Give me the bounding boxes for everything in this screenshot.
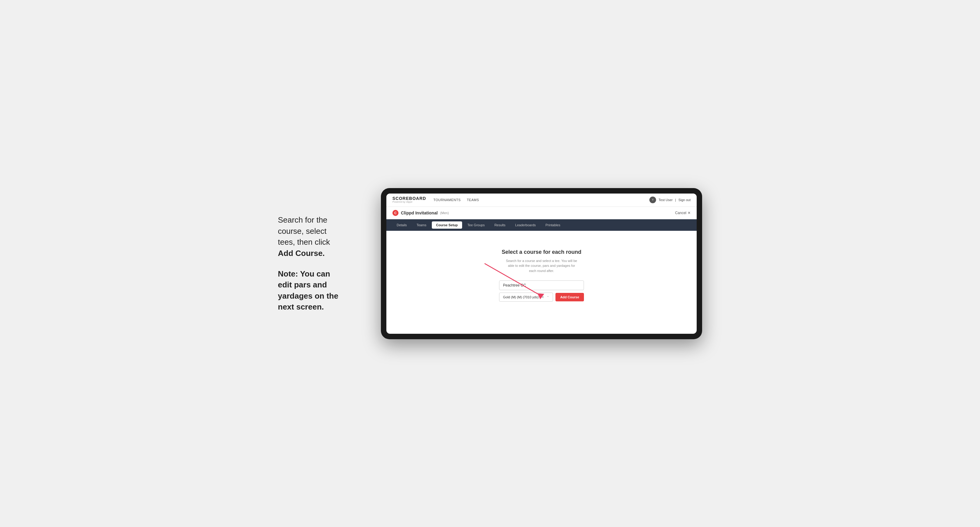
tab-course-setup[interactable]: Course Setup: [432, 221, 462, 229]
tournament-header: C Clippd Invitational (Men) Cancel ✕: [387, 207, 697, 219]
tablet-wrapper: SCOREBOARD Powered by clippd TOURNAMENTS…: [381, 188, 702, 339]
logo-sub: Powered by clippd: [393, 201, 426, 203]
nav-tournaments[interactable]: TOURNAMENTS: [433, 198, 461, 202]
user-avatar: T: [649, 197, 656, 203]
user-label: Test User: [659, 198, 673, 202]
nav-teams[interactable]: TEAMS: [467, 198, 479, 202]
instructions-panel: Search for the course, select tees, then…: [278, 214, 363, 312]
nav-separator: |: [675, 198, 676, 202]
tee-select-row: Gold (M) (M) (7010 yds) ✕ ⌃ Add Course: [499, 292, 584, 302]
logo: SCOREBOARD Powered by clippd: [393, 196, 426, 203]
tab-tee-groups[interactable]: Tee Groups: [463, 221, 489, 229]
tee-value: Gold (M) (M) (7010 yds): [503, 295, 538, 299]
sign-out-link[interactable]: Sign out: [678, 198, 690, 202]
course-search-input[interactable]: [499, 281, 584, 290]
tee-clear-icon[interactable]: ✕: [541, 295, 544, 299]
tournament-icon: C: [393, 210, 398, 216]
nav-user: T Test User | Sign out: [649, 197, 690, 203]
tab-results[interactable]: Results: [490, 221, 510, 229]
tab-bar: Details Teams Course Setup Tee Groups Re…: [387, 219, 697, 231]
tournament-title: C Clippd Invitational (Men): [393, 210, 449, 216]
tab-printables[interactable]: Printables: [541, 221, 565, 229]
tab-details[interactable]: Details: [393, 221, 411, 229]
logo-text: SCOREBOARD: [393, 196, 426, 201]
tab-leaderboards[interactable]: Leaderboards: [511, 221, 540, 229]
tablet-device: SCOREBOARD Powered by clippd TOURNAMENTS…: [381, 188, 702, 339]
content-title: Select a course for each round: [501, 249, 581, 255]
tab-teams[interactable]: Teams: [412, 221, 431, 229]
content-subtitle: Search for a course and select a tee. Yo…: [505, 258, 578, 273]
tee-select-wrapper[interactable]: Gold (M) (M) (7010 yds) ✕ ⌃: [499, 292, 553, 302]
tee-chevron-icon: ⌃: [547, 295, 549, 299]
page-layout: Search for the course, select tees, then…: [278, 188, 702, 339]
navbar: SCOREBOARD Powered by clippd TOURNAMENTS…: [387, 194, 697, 207]
nav-links: TOURNAMENTS TEAMS: [433, 198, 642, 202]
instruction-text: Search for the course, select tees, then…: [278, 214, 363, 259]
tournament-name: Clippd Invitational: [401, 211, 438, 215]
note-text: Note: You can edit pars and yardages on …: [278, 268, 363, 313]
cancel-button[interactable]: Cancel ✕: [675, 211, 690, 215]
tablet-screen: SCOREBOARD Powered by clippd TOURNAMENTS…: [387, 194, 697, 334]
tournament-tag: (Men): [440, 211, 449, 215]
add-course-button[interactable]: Add Course: [555, 293, 584, 302]
main-content: Select a course for each round Search fo…: [387, 231, 697, 334]
